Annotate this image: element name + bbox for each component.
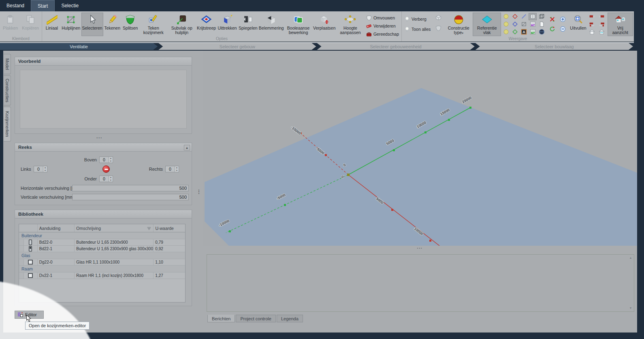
vrij-aanzicht-button[interactable]: Vrij aanzicht [608,13,633,36]
step-selecteer-gebouweenheid[interactable]: Selecteer gebouweenheid [317,43,475,50]
collapse-icon[interactable] [184,145,190,150]
page-toggle[interactable] [537,21,546,28]
spiegelen-button[interactable]: Spiegelen [238,13,258,36]
zoom-in-icon[interactable] [558,15,567,24]
sidebar-tab-model[interactable]: Model [4,54,11,74]
kopieren-button[interactable]: Kopiëren [20,13,41,36]
table-row[interactable]: Bd22-0 Buitendeur U 1,65 2300x900 0,79 [19,239,185,246]
tekenen-button[interactable]: Tekenen [103,13,122,36]
group-row-glas[interactable]: Glas [19,252,185,259]
spin-down-icon[interactable] [109,179,113,182]
roof-view-icon[interactable] [598,21,606,28]
group-row-buitendeur[interactable]: Buitendeur [19,232,185,239]
rechts-spinner[interactable]: 0 [165,166,179,172]
tab-project-controle[interactable]: Project controle [236,315,275,322]
links-spinner[interactable]: 0 [34,166,47,172]
spin-down-icon[interactable] [175,169,179,172]
spin-down-icon[interactable] [43,169,47,172]
rechts-label: Rechts [147,167,163,172]
wirebox-toggle[interactable] [537,13,546,20]
blob-toggle[interactable] [502,13,510,20]
blob-toggle[interactable] [502,21,510,28]
3d-viewport[interactable]: 5000 10000 15000 20000 -5000 -10000 5000… [203,51,637,246]
horizontale-verschuiving-input[interactable]: 500 [72,185,189,191]
book-toggle[interactable] [529,13,537,20]
blue-diamond-toggle[interactable] [511,21,519,28]
krijtstreep-button[interactable]: Krijtstreep [196,13,217,36]
roof-view-icon[interactable] [588,21,596,28]
icon-column-header[interactable] [19,224,38,232]
tab-berichten[interactable]: Berichten [207,315,235,322]
toon-alles-button[interactable]: Toon alles [404,24,431,34]
booleaanse-bewerking-button[interactable]: Booleaanse bewerking [284,13,313,36]
sidebar-tab-kozijnmerken[interactable]: Kozijnmerken [4,107,11,142]
table-row[interactable]: Dg22-0 Glas HR 1,1 1000x1000 1,10 [19,259,185,266]
remove-series-button[interactable] [102,165,110,173]
globe-toggle[interactable] [537,28,546,36]
mirror-icon [243,14,254,25]
teken-kozijnmerk-button[interactable]: Teken kozijnmerk [139,13,168,36]
shade-view-button[interactable] [433,24,443,34]
red-diamond-toggle[interactable] [511,13,519,20]
tab-start[interactable]: Start [31,0,55,11]
green-diamond-toggle[interactable] [511,28,519,36]
verberg-button[interactable]: Verberg [404,14,431,24]
kozijnmerk-icon [148,14,159,25]
calc-purple-toggle[interactable] [529,21,537,28]
spin-up-icon[interactable] [109,176,113,179]
belemmering-button[interactable]: Belemmering [258,13,284,36]
move-axes-icon[interactable] [547,15,557,24]
step-selecteer-bouwlaag[interactable]: Selecteer bouwlaag [476,43,633,50]
sidebar-tab-constructies[interactable]: Constructies [4,75,11,105]
splitsen-button[interactable]: Splitsen [122,13,139,36]
line-toggle[interactable] [520,13,528,20]
constructie-type-button[interactable]: Constructie type [444,13,473,36]
tab-legenda[interactable]: Legenda [277,315,303,322]
zoom-out-icon[interactable] [558,24,567,33]
cube-view-button[interactable] [433,13,443,23]
blob-toggle[interactable] [502,28,510,36]
grid-toggle[interactable] [520,21,528,28]
spin-up-icon[interactable] [109,157,113,160]
roof-view-icon[interactable] [598,13,606,21]
spin-down-icon[interactable] [109,160,113,163]
voorbeeld-splitter[interactable] [96,135,102,141]
referentie-vlak-button[interactable]: Referentie vlak [473,13,501,36]
tab-bestand[interactable]: Bestand [0,0,31,11]
step-ventilatie[interactable]: Ventilatie [0,43,158,50]
plakken-button[interactable]: Plakken [1,13,20,36]
table-row[interactable]: Bd22-1 Buitendeur U 1,65 2300x900 glas 3… [19,246,185,252]
aanduiding-column-header[interactable]: Aanduiding [38,224,75,232]
group-row-raam[interactable]: Raam [19,266,185,272]
house-view-icon[interactable] [598,28,606,35]
uitvullen-button[interactable]: Uitvullen [568,13,588,36]
spin-up-icon[interactable] [175,166,179,169]
hoogte-aanpassen-button[interactable]: Hoogte aanpassen [336,13,365,36]
roof-view-icon[interactable] [588,13,596,21]
step-selecteer-gebouw[interactable]: Selecteer gebouw [158,43,316,50]
omvouwen-button[interactable]: Omvouwen [366,14,399,21]
subvlak-button[interactable]: Subvlak op hulplijn [168,13,196,36]
uwaarde-column-header[interactable]: U-waarde [154,224,185,232]
uittrekken-button[interactable]: Uittrekken [217,13,238,36]
omschrijving-column-header[interactable]: Omschrijving [75,224,154,232]
spin-up-icon[interactable] [43,166,47,169]
rotate-icon[interactable] [547,24,557,33]
scroll-down-icon[interactable] [629,306,633,310]
verwijderen-button[interactable]: Verwijderen [366,22,399,30]
calc-green-toggle[interactable] [529,28,537,36]
liniaal-button[interactable]: Liniaal [43,13,61,36]
horizontal-splitter[interactable] [203,246,637,251]
selecteren-button[interactable]: Selecteren [81,13,103,36]
hulplijnen-button[interactable]: Hulplijnen [61,13,81,36]
onder-spinner[interactable]: 0 [99,176,113,182]
table-row[interactable]: Dv22-1 Raam HR 1,1 (incl kozijn) 2000x18… [19,272,185,279]
verticale-verschuiving-input[interactable]: 500 [72,194,189,200]
annotation-toggle[interactable]: A [520,28,528,36]
house-view-icon[interactable] [588,28,596,35]
scroll-up-icon[interactable] [629,256,633,260]
boven-spinner[interactable]: 0 [99,157,113,163]
tab-selectie[interactable]: Selectie [55,0,85,11]
verplaatsen-button[interactable]: Verplaatsen [313,13,336,36]
vertical-splitter[interactable] [195,51,203,333]
